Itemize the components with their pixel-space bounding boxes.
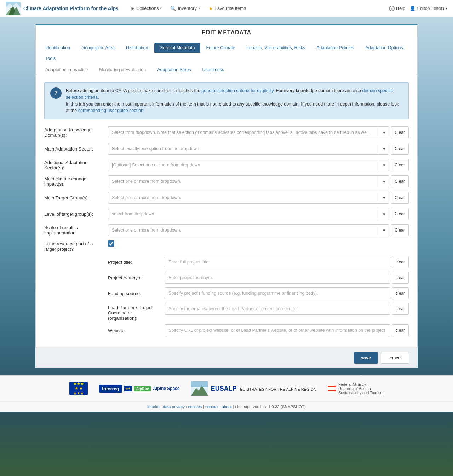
scale-results-clear[interactable]: Clear xyxy=(391,224,409,236)
level-target-group-clear[interactable]: Clear xyxy=(391,208,409,220)
additional-adaptation-sector-clear[interactable]: Clear xyxy=(391,159,409,171)
website-input[interactable] xyxy=(165,324,390,336)
lead-partner-input[interactable] xyxy=(165,303,390,315)
tab-adaptation-options[interactable]: Adaptation Options xyxy=(360,43,408,53)
larger-project-checkbox[interactable] xyxy=(108,240,114,247)
page-title-bar: EDIT METADATA xyxy=(35,24,418,40)
project-title-input[interactable] xyxy=(165,256,390,268)
save-button[interactable]: save xyxy=(354,352,378,364)
eusalp-logo: EUSALP EU STRATEGY FOR THE ALPINE REGION xyxy=(191,381,316,396)
info-line2-end: . xyxy=(143,108,144,113)
sitemap-label: sitemap xyxy=(235,404,250,409)
main-adaptation-sector-text: Select exactly one option from the dropd… xyxy=(108,146,379,151)
user-guide-link[interactable]: corresponding user guide section xyxy=(78,108,143,113)
climate-change-impact-arrow[interactable]: ▾ xyxy=(379,175,389,187)
header-right: ? Help 👤 Editor(Editor) ▾ xyxy=(389,6,447,11)
funding-source-input-wrap: clear xyxy=(165,287,409,299)
ministry-line1: Federal Ministry xyxy=(338,382,384,386)
favourites-nav[interactable]: ★ Favourite Items xyxy=(205,4,250,13)
main-target-group-arrow[interactable]: ▾ xyxy=(379,192,389,204)
scale-results-label: Scale of results / implementation: xyxy=(44,225,108,236)
main-adaptation-sector-clear[interactable]: Clear xyxy=(391,143,409,155)
adaptation-knowledge-clear[interactable]: Clear xyxy=(391,126,409,138)
tab-monitoring-evaluation[interactable]: Monitoring & Evaluation xyxy=(94,65,151,75)
tab-general-metadata[interactable]: General Metadata xyxy=(154,43,200,53)
tab-geographic-area[interactable]: Geographic Area xyxy=(76,43,120,53)
austria-flag xyxy=(328,386,336,391)
level-target-group-dropdown[interactable]: select from dropdown. ▾ xyxy=(108,208,389,220)
privacy-link[interactable]: data privacy / cookies xyxy=(163,404,202,409)
eusalp-icon xyxy=(191,381,208,396)
general-criteria-link[interactable]: general selection criteria for eligibili… xyxy=(201,88,273,93)
tab-adaptation-steps[interactable]: Adaptation Steps xyxy=(152,65,196,75)
lead-partner-clear[interactable]: clear xyxy=(392,303,409,315)
eusalp-brand: EUSALP xyxy=(211,385,237,392)
tab-tools[interactable]: Tools xyxy=(40,53,61,63)
project-acronym-clear[interactable]: clear xyxy=(392,272,409,284)
climate-change-impact-clear[interactable]: Clear xyxy=(391,175,409,187)
info-text: Before adding an item to CAPA please mak… xyxy=(66,87,403,114)
main-target-group-dropdown[interactable]: Select one or more from dropdown. ▾ xyxy=(108,192,389,204)
additional-adaptation-sector-control: [Optional] Select one or more from dropd… xyxy=(108,159,409,171)
ministry-text: Federal Ministry Republic of Austria Sus… xyxy=(338,382,384,395)
main-target-group-row: Main Target Group(s): Select one or more… xyxy=(44,192,409,204)
adaptation-knowledge-dropdown[interactable]: Select from dropdown. Note that selectio… xyxy=(108,126,389,138)
tab-adaptation-policies[interactable]: Adaptation Policies xyxy=(311,43,359,53)
svg-rect-10 xyxy=(191,381,208,387)
climate-change-impact-dropdown[interactable]: Select one or more from dropdown. ▾ xyxy=(108,175,389,187)
main-nav: ⊞ Collections ▾ 🔍 Inventory ▾ ★ Favourit… xyxy=(127,4,389,13)
funding-source-clear[interactable]: clear xyxy=(392,287,409,299)
scale-results-row: Scale of results / implementation: Selec… xyxy=(44,224,409,236)
app-logo: Climate Adaptation Platform for the Alps xyxy=(6,2,119,15)
about-link[interactable]: about xyxy=(222,404,232,409)
project-title-clear[interactable]: clear xyxy=(392,256,409,268)
scale-results-arrow[interactable]: ▾ xyxy=(379,224,389,236)
tab-future-climate[interactable]: Future Climate xyxy=(201,43,241,53)
main-adaptation-sector-dropdown[interactable]: Select exactly one option from the dropd… xyxy=(108,143,389,155)
climate-change-impact-text: Select one or more from dropdown. xyxy=(108,179,379,184)
website-row: Website: clear xyxy=(108,324,409,336)
project-title-input-wrap: clear xyxy=(165,256,409,268)
funding-source-input[interactable] xyxy=(165,287,390,299)
level-target-group-control: select from dropdown. ▾ Clear xyxy=(108,208,409,220)
funding-source-row: Funding source: clear xyxy=(108,287,409,299)
adaptation-knowledge-arrow[interactable]: ▾ xyxy=(379,126,389,138)
tab-usefulness[interactable]: Usefulness xyxy=(197,65,229,75)
project-acronym-input[interactable] xyxy=(165,272,390,284)
star-icon: ★ xyxy=(208,6,213,11)
imprint-link[interactable]: imprint xyxy=(147,404,160,409)
lead-partner-input-wrap: clear xyxy=(165,303,409,315)
main-adaptation-sector-label: Main Adaptation Sector: xyxy=(44,146,108,152)
inventory-icon: 🔍 xyxy=(170,6,176,11)
additional-adaptation-sector-text: [Optional] Select one or more from dropd… xyxy=(108,163,379,168)
scale-results-dropdown[interactable]: Select one or more from dropdown. ▾ xyxy=(108,224,389,236)
tab-distribution[interactable]: Distribution xyxy=(121,43,154,53)
inventory-label: Inventory xyxy=(178,6,196,11)
main-adaptation-sector-arrow[interactable]: ▾ xyxy=(379,143,389,155)
inventory-nav[interactable]: 🔍 Inventory ▾ xyxy=(167,4,203,13)
additional-adaptation-sector-arrow[interactable]: ▾ xyxy=(379,159,389,171)
main-target-group-text: Select one or more from dropdown. xyxy=(108,195,379,200)
collections-icon: ⊞ xyxy=(131,6,135,11)
eusalp-text: EUSALP EU STRATEGY FOR THE ALPINE REGION xyxy=(211,385,316,392)
level-target-group-row: Level of target group(s): select from dr… xyxy=(44,208,409,220)
contact-link[interactable]: contact xyxy=(205,404,218,409)
info-box: ? Before adding an item to CAPA please m… xyxy=(44,82,409,119)
interreg-label: Interreg xyxy=(99,385,122,393)
cancel-button[interactable]: cancel xyxy=(381,352,409,364)
additional-adaptation-sector-dropdown[interactable]: [Optional] Select one or more from dropd… xyxy=(108,159,389,171)
climate-change-impact-control: Select one or more from dropdown. ▾ Clea… xyxy=(108,175,409,187)
main-target-group-clear[interactable]: Clear xyxy=(391,192,409,204)
collections-chevron: ▾ xyxy=(160,6,162,10)
user-nav[interactable]: 👤 Editor(Editor) ▾ xyxy=(409,6,447,11)
tab-adaptation-in-practice[interactable]: Adaptation in practice xyxy=(40,65,93,75)
collections-nav[interactable]: ⊞ Collections ▾ xyxy=(127,4,166,13)
website-label: Website: xyxy=(108,328,165,333)
collections-label: Collections xyxy=(136,6,159,11)
website-clear[interactable]: clear xyxy=(392,324,409,336)
tab-identification[interactable]: Identification xyxy=(40,43,75,53)
tabs-container: Identification Geographic Area Distribut… xyxy=(35,40,418,75)
help-nav[interactable]: ? Help xyxy=(389,6,406,11)
level-target-group-arrow[interactable]: ▾ xyxy=(379,208,389,220)
tab-impacts[interactable]: Impacts, Vulnerabilities, Risks xyxy=(241,43,311,53)
